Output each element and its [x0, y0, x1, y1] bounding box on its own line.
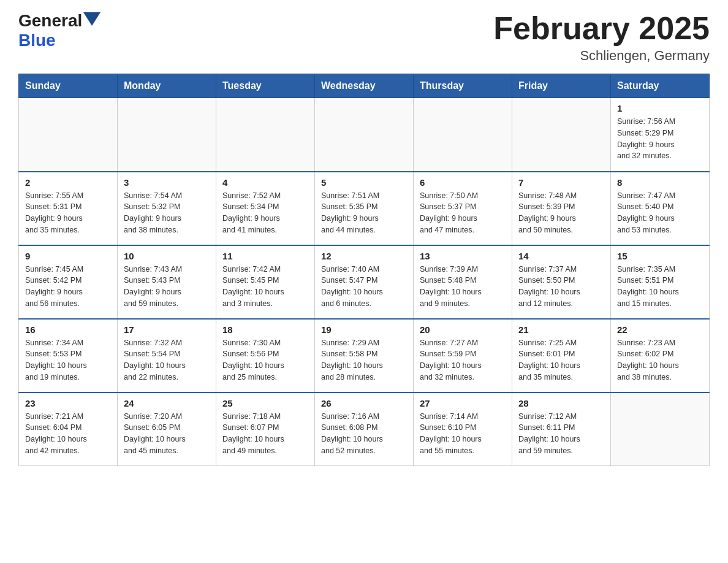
day-info: Sunrise: 7:20 AM Sunset: 6:05 PM Dayligh…	[124, 411, 210, 457]
table-row: 10Sunrise: 7:43 AM Sunset: 5:43 PM Dayli…	[118, 245, 216, 319]
day-info: Sunrise: 7:21 AM Sunset: 6:04 PM Dayligh…	[25, 411, 111, 457]
table-row: 17Sunrise: 7:32 AM Sunset: 5:54 PM Dayli…	[118, 319, 216, 393]
col-tuesday: Tuesday	[216, 74, 315, 98]
table-row: 11Sunrise: 7:42 AM Sunset: 5:45 PM Dayli…	[216, 245, 315, 319]
calendar-week-row: 2Sunrise: 7:55 AM Sunset: 5:31 PM Daylig…	[19, 172, 710, 245]
calendar-week-row: 9Sunrise: 7:45 AM Sunset: 5:42 PM Daylig…	[19, 245, 710, 319]
table-row: 8Sunrise: 7:47 AM Sunset: 5:40 PM Daylig…	[611, 172, 710, 245]
day-number: 12	[321, 251, 407, 261]
table-row: 9Sunrise: 7:45 AM Sunset: 5:42 PM Daylig…	[19, 245, 118, 319]
table-row: 19Sunrise: 7:29 AM Sunset: 5:58 PM Dayli…	[315, 319, 414, 393]
day-number: 25	[222, 398, 308, 408]
table-row: 3Sunrise: 7:54 AM Sunset: 5:32 PM Daylig…	[118, 172, 216, 245]
table-row: 4Sunrise: 7:52 AM Sunset: 5:34 PM Daylig…	[216, 172, 315, 245]
day-info: Sunrise: 7:37 AM Sunset: 5:50 PM Dayligh…	[518, 264, 604, 310]
col-friday: Friday	[512, 74, 611, 98]
day-number: 19	[321, 324, 407, 335]
table-row	[19, 98, 118, 172]
day-number: 16	[25, 324, 111, 335]
calendar-table: Sunday Monday Tuesday Wednesday Thursday…	[18, 74, 710, 466]
day-info: Sunrise: 7:42 AM Sunset: 5:45 PM Dayligh…	[222, 264, 308, 310]
calendar-header-row: Sunday Monday Tuesday Wednesday Thursday…	[19, 74, 710, 98]
day-info: Sunrise: 7:27 AM Sunset: 5:59 PM Dayligh…	[420, 337, 506, 383]
day-number: 27	[420, 398, 506, 408]
table-row	[414, 98, 512, 172]
day-number: 9	[25, 251, 111, 261]
day-number: 18	[222, 324, 308, 335]
table-row: 27Sunrise: 7:14 AM Sunset: 6:10 PM Dayli…	[414, 393, 512, 466]
day-number: 6	[420, 177, 506, 188]
calendar-week-row: 16Sunrise: 7:34 AM Sunset: 5:53 PM Dayli…	[19, 319, 710, 393]
day-info: Sunrise: 7:32 AM Sunset: 5:54 PM Dayligh…	[124, 337, 210, 383]
title-block: February 2025 Schliengen, Germany	[493, 12, 710, 64]
col-wednesday: Wednesday	[315, 74, 414, 98]
table-row: 26Sunrise: 7:16 AM Sunset: 6:08 PM Dayli…	[315, 393, 414, 466]
table-row: 23Sunrise: 7:21 AM Sunset: 6:04 PM Dayli…	[19, 393, 118, 466]
day-info: Sunrise: 7:25 AM Sunset: 6:01 PM Dayligh…	[518, 337, 604, 383]
day-info: Sunrise: 7:54 AM Sunset: 5:32 PM Dayligh…	[124, 190, 210, 236]
day-number: 24	[124, 398, 210, 408]
calendar-week-row: 23Sunrise: 7:21 AM Sunset: 6:04 PM Dayli…	[19, 393, 710, 466]
day-info: Sunrise: 7:29 AM Sunset: 5:58 PM Dayligh…	[321, 337, 407, 383]
table-row: 14Sunrise: 7:37 AM Sunset: 5:50 PM Dayli…	[512, 245, 611, 319]
day-number: 8	[617, 177, 703, 188]
day-info: Sunrise: 7:50 AM Sunset: 5:37 PM Dayligh…	[420, 190, 506, 236]
day-number: 13	[420, 251, 506, 261]
day-info: Sunrise: 7:39 AM Sunset: 5:48 PM Dayligh…	[420, 264, 506, 310]
day-info: Sunrise: 7:30 AM Sunset: 5:56 PM Dayligh…	[222, 337, 308, 383]
day-info: Sunrise: 7:51 AM Sunset: 5:35 PM Dayligh…	[321, 190, 407, 236]
day-number: 22	[617, 324, 703, 335]
svg-marker-0	[83, 12, 100, 26]
day-info: Sunrise: 7:55 AM Sunset: 5:31 PM Dayligh…	[25, 190, 111, 236]
day-number: 26	[321, 398, 407, 408]
day-number: 28	[518, 398, 604, 408]
table-row	[216, 98, 315, 172]
day-info: Sunrise: 7:47 AM Sunset: 5:40 PM Dayligh…	[617, 190, 703, 236]
table-row: 5Sunrise: 7:51 AM Sunset: 5:35 PM Daylig…	[315, 172, 414, 245]
day-number: 10	[124, 251, 210, 261]
day-number: 20	[420, 324, 506, 335]
location-text: Schliengen, Germany	[493, 48, 710, 64]
day-info: Sunrise: 7:34 AM Sunset: 5:53 PM Dayligh…	[25, 337, 111, 383]
day-number: 21	[518, 324, 604, 335]
table-row: 28Sunrise: 7:12 AM Sunset: 6:11 PM Dayli…	[512, 393, 611, 466]
day-number: 3	[124, 177, 210, 188]
table-row: 24Sunrise: 7:20 AM Sunset: 6:05 PM Dayli…	[118, 393, 216, 466]
day-info: Sunrise: 7:56 AM Sunset: 5:29 PM Dayligh…	[617, 116, 703, 162]
day-number: 15	[617, 251, 703, 261]
day-number: 7	[518, 177, 604, 188]
table-row: 1Sunrise: 7:56 AM Sunset: 5:29 PM Daylig…	[611, 98, 710, 172]
table-row	[512, 98, 611, 172]
table-row: 6Sunrise: 7:50 AM Sunset: 5:37 PM Daylig…	[414, 172, 512, 245]
table-row	[118, 98, 216, 172]
table-row: 13Sunrise: 7:39 AM Sunset: 5:48 PM Dayli…	[414, 245, 512, 319]
day-info: Sunrise: 7:14 AM Sunset: 6:10 PM Dayligh…	[420, 411, 506, 457]
day-number: 5	[321, 177, 407, 188]
logo-blue-text: Blue	[18, 31, 56, 50]
table-row: 25Sunrise: 7:18 AM Sunset: 6:07 PM Dayli…	[216, 393, 315, 466]
calendar-week-row: 1Sunrise: 7:56 AM Sunset: 5:29 PM Daylig…	[19, 98, 710, 172]
col-thursday: Thursday	[414, 74, 512, 98]
table-row: 7Sunrise: 7:48 AM Sunset: 5:39 PM Daylig…	[512, 172, 611, 245]
col-saturday: Saturday	[611, 74, 710, 98]
page-header: General Blue February 2025 Schliengen, G…	[18, 12, 710, 64]
day-info: Sunrise: 7:35 AM Sunset: 5:51 PM Dayligh…	[617, 264, 703, 310]
logo-arrow-icon	[83, 12, 100, 28]
table-row	[315, 98, 414, 172]
day-info: Sunrise: 7:40 AM Sunset: 5:47 PM Dayligh…	[321, 264, 407, 310]
day-number: 14	[518, 251, 604, 261]
day-info: Sunrise: 7:52 AM Sunset: 5:34 PM Dayligh…	[222, 190, 308, 236]
day-number: 23	[25, 398, 111, 408]
table-row: 15Sunrise: 7:35 AM Sunset: 5:51 PM Dayli…	[611, 245, 710, 319]
month-title: February 2025	[493, 12, 710, 44]
table-row: 16Sunrise: 7:34 AM Sunset: 5:53 PM Dayli…	[19, 319, 118, 393]
table-row: 2Sunrise: 7:55 AM Sunset: 5:31 PM Daylig…	[19, 172, 118, 245]
table-row: 21Sunrise: 7:25 AM Sunset: 6:01 PM Dayli…	[512, 319, 611, 393]
day-number: 2	[25, 177, 111, 188]
table-row: 12Sunrise: 7:40 AM Sunset: 5:47 PM Dayli…	[315, 245, 414, 319]
day-info: Sunrise: 7:43 AM Sunset: 5:43 PM Dayligh…	[124, 264, 210, 310]
table-row: 18Sunrise: 7:30 AM Sunset: 5:56 PM Dayli…	[216, 319, 315, 393]
day-info: Sunrise: 7:48 AM Sunset: 5:39 PM Dayligh…	[518, 190, 604, 236]
col-sunday: Sunday	[19, 74, 118, 98]
day-info: Sunrise: 7:18 AM Sunset: 6:07 PM Dayligh…	[222, 411, 308, 457]
